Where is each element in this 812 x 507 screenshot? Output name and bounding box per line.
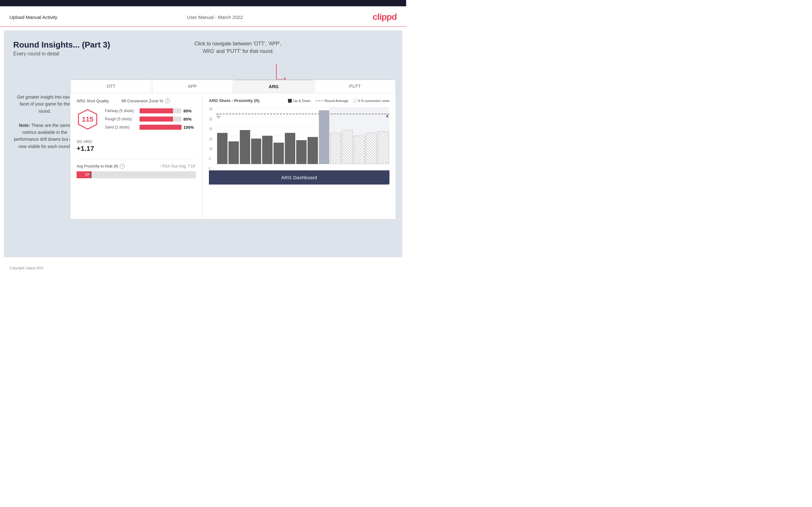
shot-row-sand: Sand (1 shots) 100% (105, 125, 196, 130)
legend-conversion: 6 ft conversion zone (354, 99, 390, 103)
upload-label: Upload Manual Activity (9, 14, 57, 20)
legend-hatch-icon (354, 99, 357, 103)
fairway-bar-container: 80% (140, 108, 196, 113)
note-label: Note: (19, 123, 30, 128)
sand-bar-fill (140, 125, 182, 130)
y-axis: 0 5 10 15 20 25 30 (209, 107, 216, 170)
insight-text: Get greater insight into each facet of y… (13, 94, 76, 150)
insight-line1: Get greater insight into each facet of y… (14, 95, 75, 149)
fairway-pct: 80% (184, 109, 196, 113)
bar-9 (308, 137, 318, 164)
proximity-help-icon[interactable]: ? (120, 164, 125, 169)
panel-header: ARG Shot Quality 6ft Conversion Zone % ? (77, 98, 196, 103)
sg-label: SG ARG (77, 139, 196, 144)
proximity-label: Avg Proximity to Hole (ft) (77, 164, 118, 168)
rough-bar-track (140, 116, 182, 122)
right-panel: ARG Shots - Proximity (ft) Up & Down Rou… (203, 93, 396, 219)
y-label-10: 10 (209, 147, 215, 151)
tabs: OTT APP ARG PUTT (70, 80, 396, 93)
sg-value: +1.17 (77, 145, 196, 153)
chart-title: ARG Shots - Proximity (ft) (209, 98, 259, 103)
tab-putt[interactable]: PUTT (315, 80, 395, 93)
tab-ott[interactable]: OTT (71, 80, 151, 93)
proximity-header: Avg Proximity to Hole (ft) ? ↑ PGA Tour … (77, 164, 196, 169)
bar-6 (273, 143, 284, 164)
hex-value: 115 (82, 115, 94, 123)
legend-up-down: Up & Down (288, 99, 311, 103)
y-label-15: 15 (209, 137, 215, 141)
dashboard-card: OTT APP ARG PUTT ARG Shot Quality 6ft Co… (70, 79, 396, 220)
rough-label: Rough (5 shots) (105, 117, 137, 121)
bar-8 (296, 140, 307, 164)
sg-section: SG ARG +1.17 (77, 139, 196, 153)
sand-label: Sand (1 shots) (105, 125, 137, 129)
legend: Up & Down Round Average 6 ft conversion … (288, 99, 390, 103)
rough-pct: 80% (184, 117, 196, 122)
tab-arg[interactable]: ARG (234, 80, 314, 93)
header: Upload Manual Activity User Manual - Mar… (0, 6, 406, 27)
legend-up-down-label: Up & Down (293, 99, 311, 103)
bar-12 (342, 130, 353, 164)
proximity-section: Avg Proximity to Hole (ft) ? ↑ PGA Tour … (77, 159, 196, 178)
hex-score-row: 115 Fairway (5 shots) 80% (77, 108, 196, 133)
main-content: Round Insights... (Part 3) Every round i… (4, 31, 402, 257)
chart-inner: ● 8 (216, 107, 390, 170)
bar-1 (217, 133, 227, 164)
sand-bar-container: 100% (140, 125, 196, 130)
bar-3 (240, 130, 250, 164)
proximity-value: 77' (85, 173, 90, 177)
fairway-bar-fill (140, 108, 173, 113)
bar-13 (354, 136, 365, 164)
legend-box-icon (288, 99, 292, 103)
y-label-0: 0 (209, 167, 215, 170)
copyright: Copyright Clippd 2021 (9, 266, 44, 270)
proximity-bar-container: 77' (77, 171, 196, 178)
shot-row-fairway: Fairway (5 shots) 80% (105, 108, 196, 113)
proximity-fill: 77' (77, 171, 91, 178)
chart-area: 0 5 10 15 20 25 30 (209, 107, 390, 170)
fairway-bar-track (140, 108, 182, 113)
tab-app[interactable]: APP (152, 80, 232, 93)
bar-5 (262, 136, 272, 164)
bar-4 (251, 138, 261, 164)
rough-bar-fill (140, 116, 173, 122)
bar-11 (330, 133, 341, 164)
help-icon[interactable]: ? (165, 98, 170, 103)
shot-quality-label: ARG Shot Quality (77, 99, 109, 103)
bar-2 (229, 142, 239, 164)
bar-7 (285, 133, 295, 164)
hexagon-score: 115 (77, 108, 99, 130)
top-bar (0, 0, 406, 6)
y-label-20: 20 (209, 127, 215, 131)
rough-bar-container: 80% (140, 116, 196, 122)
left-panel: ARG Shot Quality 6ft Conversion Zone % ?… (70, 93, 203, 219)
y-label-30: 30 (209, 107, 215, 111)
legend-round-avg-label: Round Average (324, 99, 349, 103)
arg-dashboard-button[interactable]: ARG Dashboard (209, 170, 390, 184)
proximity-cursor (91, 171, 91, 178)
bars-row (216, 107, 390, 164)
y-label-5: 5 (209, 157, 215, 161)
nav-hint: Click to navigate between 'OTT', 'APP', … (194, 40, 282, 55)
proximity-track: 77' (77, 171, 196, 178)
footer: Copyright Clippd 2021 (0, 261, 406, 275)
fairway-label: Fairway (5 shots) (105, 109, 137, 113)
legend-dashed-icon (316, 101, 323, 101)
panels: ARG Shot Quality 6ft Conversion Zone % ?… (70, 93, 396, 219)
shot-row-rough: Rough (5 shots) 80% (105, 116, 196, 122)
logo: clippd (373, 12, 397, 22)
shot-bars: Fairway (5 shots) 80% Rough (5 shots) (105, 108, 196, 133)
pga-avg: ↑ PGA Tour Avg: 7'10" (159, 164, 196, 168)
bar-10 (319, 110, 329, 164)
doc-label: User Manual - March 2022 (187, 14, 243, 20)
legend-conversion-label: 6 ft conversion zone (359, 99, 390, 103)
conversion-label: 6ft Conversion Zone % (121, 99, 163, 103)
legend-round-avg: Round Average (316, 99, 349, 103)
nav-hint-line2: 'ARG' and 'PUTT' for that round. (202, 49, 274, 54)
y-label-25: 25 (209, 117, 215, 121)
bar-15 (378, 131, 389, 164)
chart-header: ARG Shots - Proximity (ft) Up & Down Rou… (209, 98, 390, 103)
nav-hint-line1: Click to navigate between 'OTT', 'APP', (194, 41, 282, 46)
sand-pct: 100% (184, 125, 196, 130)
bar-14 (366, 133, 377, 164)
